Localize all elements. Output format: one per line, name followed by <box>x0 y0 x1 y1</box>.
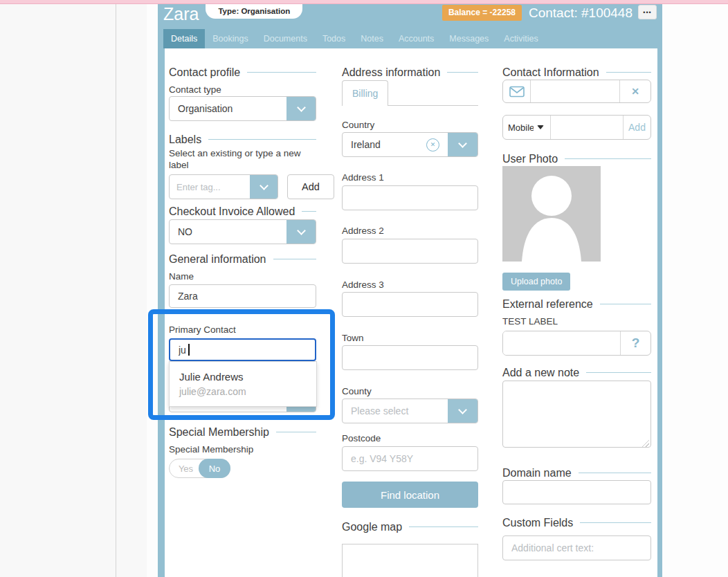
tag-input[interactable]: Enter tag... <box>170 175 250 199</box>
tag-select[interactable]: Enter tag... <box>169 174 278 199</box>
phone-field-group: Mobile Add <box>502 115 651 140</box>
general-information-heading: General information <box>169 253 316 266</box>
address1-input[interactable] <box>342 185 478 210</box>
tab-documents[interactable]: Documents <box>256 29 315 48</box>
special-membership-toggle[interactable]: Yes No <box>169 459 230 478</box>
phone-type-value: Mobile <box>508 122 534 133</box>
suggestion-email[interactable]: julie@zara.com <box>179 386 307 397</box>
tab-notes[interactable]: Notes <box>353 29 391 48</box>
labels-hint: Select an existing or type a new label <box>169 147 316 171</box>
address-information-heading: Address information <box>342 66 478 79</box>
tab-details[interactable]: Details <box>163 29 205 48</box>
checkout-invoice-heading: Checkout Invoice Allowed <box>169 205 316 218</box>
chevron-down-icon[interactable] <box>448 399 477 423</box>
clear-icon[interactable]: ✕ <box>426 138 439 152</box>
chevron-down-icon[interactable] <box>286 97 316 120</box>
checkout-invoice-select[interactable]: NO <box>169 219 316 244</box>
balance-badge: Balance = -22258 <box>442 5 522 21</box>
contact-panel: Zara Type: Organisation Balance = -22258… <box>158 0 662 577</box>
tab-todos[interactable]: Todos <box>315 29 353 48</box>
special-membership-heading: Special Membership <box>169 425 316 439</box>
contact-type-label: Contact type <box>169 84 316 95</box>
chevron-down-icon[interactable] <box>250 175 277 199</box>
name-input[interactable] <box>169 284 316 308</box>
google-map-heading: Google map <box>342 520 478 533</box>
more-actions-button[interactable]: ••• <box>638 5 657 19</box>
town-label: Town <box>342 333 478 344</box>
address1-label: Address 1 <box>342 172 478 183</box>
external-reference-group: ? <box>502 331 651 356</box>
text-cursor <box>188 344 190 356</box>
domain-name-heading: Domain name <box>502 466 651 479</box>
domain-name-input[interactable] <box>502 480 651 504</box>
column-contact-information: Contact Information ✕ Mobile Ad <box>502 48 651 577</box>
add-phone-button[interactable]: Add <box>623 116 650 139</box>
details-content: Contact profile Contact type Organisatio… <box>165 48 657 577</box>
labels-heading: Labels <box>169 133 316 146</box>
town-input[interactable] <box>342 345 478 370</box>
tab-activities[interactable]: Activities <box>496 29 545 48</box>
tab-messages[interactable]: Messages <box>442 29 496 48</box>
postcode-label: Postcode <box>342 433 478 444</box>
contact-number: Contact: #100448 <box>529 5 633 21</box>
avatar <box>502 166 601 262</box>
county-select[interactable]: Please select <box>342 399 478 423</box>
custom-field-input[interactable] <box>502 535 651 560</box>
chevron-down-icon <box>537 125 544 129</box>
note-textarea[interactable] <box>502 381 651 448</box>
close-icon[interactable]: ✕ <box>619 80 650 102</box>
country-label: Country <box>342 120 478 131</box>
user-photo-heading: User Photo <box>502 152 651 165</box>
checkout-invoice-value: NO <box>170 220 286 244</box>
contact-tabs: Details Bookings Documents Todos Notes A… <box>158 29 662 48</box>
address3-input[interactable] <box>342 292 478 317</box>
suggestion-item[interactable]: Julie Andrews <box>179 371 307 383</box>
name-label: Name <box>169 271 316 282</box>
email-field-group: ✕ <box>502 80 651 103</box>
tab-accounts[interactable]: Accounts <box>391 29 442 48</box>
add-label-button[interactable]: Add <box>287 174 334 199</box>
address-tabs: Billing <box>342 80 478 106</box>
external-reference-heading: External reference <box>502 297 651 311</box>
chevron-down-icon[interactable] <box>286 220 316 244</box>
external-reference-input[interactable] <box>503 331 620 355</box>
special-membership-group: Special Membership Special Membership Ye… <box>169 425 316 478</box>
column-address-information: Address information Billing Country Irel… <box>342 48 478 577</box>
primary-contact-input[interactable] <box>169 338 316 361</box>
address3-label: Address 3 <box>342 280 478 291</box>
contact-type-select[interactable]: Organisation <box>169 96 316 121</box>
postcode-input[interactable] <box>342 446 478 471</box>
vertical-divider <box>116 4 116 577</box>
column-contact-profile: Contact profile Contact type Organisatio… <box>169 48 316 577</box>
phone-type-select[interactable]: Mobile <box>503 116 551 139</box>
county-label: County <box>342 386 478 397</box>
add-note-heading: Add a new note <box>502 366 651 379</box>
tab-bookings[interactable]: Bookings <box>205 29 255 48</box>
address2-input[interactable] <box>342 239 478 264</box>
contact-name-title: Zara <box>163 5 199 23</box>
chevron-down-icon[interactable] <box>448 133 477 156</box>
autocomplete-dropdown: Julie Andrews julie@zara.com <box>169 361 317 407</box>
contact-type-badge: Type: Organisation <box>206 4 302 19</box>
contact-profile-heading: Contact profile <box>169 66 316 79</box>
county-placeholder: Please select <box>343 399 448 423</box>
upload-photo-button[interactable]: Upload photo <box>502 273 570 291</box>
primary-contact-label: Primary Contact <box>169 324 316 336</box>
left-background-pane <box>0 4 147 577</box>
help-icon[interactable]: ? <box>620 331 650 355</box>
contact-type-value: Organisation <box>170 97 286 120</box>
phone-input[interactable] <box>551 116 623 139</box>
country-value: Ireland <box>351 139 381 150</box>
google-map[interactable] <box>342 544 478 577</box>
test-label: TEST LABEL <box>502 316 651 327</box>
labels-row: Enter tag... Add <box>169 174 334 199</box>
tab-billing[interactable]: Billing <box>342 80 388 106</box>
envelope-icon <box>503 80 531 102</box>
panel-header: Zara Type: Organisation Balance = -22258… <box>158 0 662 29</box>
email-input[interactable] <box>531 80 619 102</box>
primary-contact-group: Primary Contact Julie Andrews julie@zara… <box>169 320 316 412</box>
country-select[interactable]: Ireland ✕ <box>342 132 478 157</box>
contact-information-heading: Contact Information <box>502 66 651 79</box>
find-location-button[interactable]: Find location <box>342 482 478 508</box>
toggle-no-option[interactable]: No <box>199 459 230 478</box>
